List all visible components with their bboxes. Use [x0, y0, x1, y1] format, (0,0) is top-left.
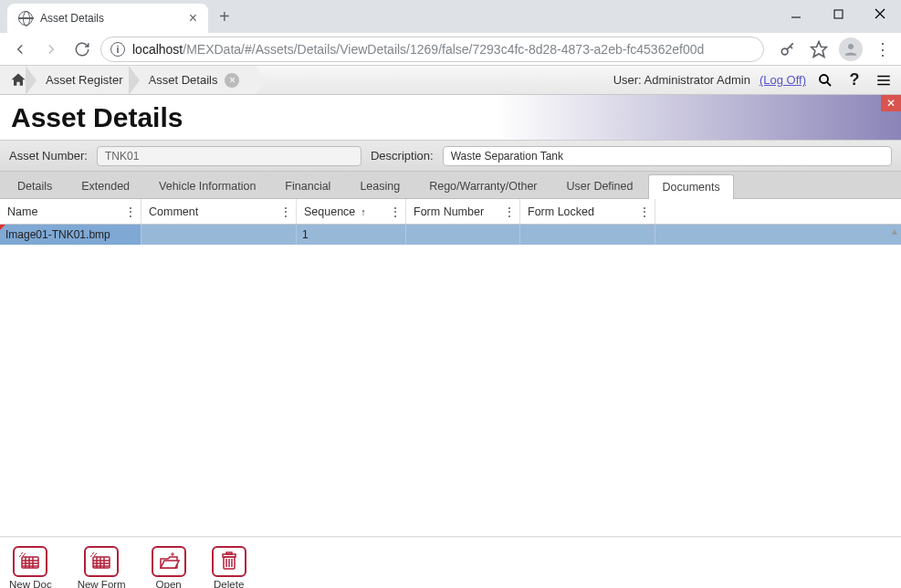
app-breadcrumb-bar: Asset Register Asset Details× User: Admi…	[0, 66, 901, 95]
page-title: Asset Details	[11, 102, 183, 133]
svg-marker-5	[812, 41, 827, 57]
cell-name[interactable]: Image01-TNK01.bmp	[0, 225, 141, 245]
site-info-icon[interactable]: i	[110, 42, 125, 57]
col-menu-icon[interactable]: ⋮	[638, 205, 649, 219]
maximize-button[interactable]	[817, 0, 859, 27]
tab-vehicle-information[interactable]: Vehicle Information	[145, 173, 269, 198]
browser-titlebar: Asset Details × +	[0, 0, 901, 33]
tab-extended[interactable]: Extended	[68, 173, 143, 198]
close-crumb-icon[interactable]: ×	[225, 73, 239, 88]
log-off-link[interactable]: (Log Off)	[760, 73, 806, 87]
new-doc-label: New Doc	[9, 579, 52, 589]
col-sequence[interactable]: Sequence↑⋮	[297, 199, 406, 224]
tab-title: Asset Details	[40, 12, 182, 25]
svg-rect-31	[226, 552, 232, 554]
asset-form-row: Asset Number: Description:	[0, 141, 901, 172]
new-form-button[interactable]: New Form	[78, 546, 126, 589]
tab-documents[interactable]: Documents	[648, 174, 733, 199]
table-row[interactable]: Image01-TNK01.bmp 1	[0, 225, 901, 245]
open-button[interactable]: Open	[152, 546, 186, 589]
bottom-toolbar: New Doc New Form Open Delete	[0, 537, 901, 588]
cell-comment[interactable]	[141, 225, 297, 245]
col-comment[interactable]: Comment⋮	[141, 199, 297, 224]
banner-close-button[interactable]: ✕	[881, 95, 901, 111]
cell-form-locked[interactable]	[520, 225, 655, 245]
url-text: localhost/MEXData/#/Assets/Details/ViewD…	[132, 42, 704, 57]
back-button[interactable]	[7, 37, 33, 62]
forward-button[interactable]	[38, 37, 64, 62]
help-icon[interactable]: ?	[844, 70, 864, 89]
svg-point-7	[820, 75, 828, 83]
kebab-menu-icon[interactable]: ⋮	[872, 38, 894, 60]
svg-line-8	[827, 81, 831, 85]
tab-rego-warranty-other[interactable]: Rego/Warranty/Other	[415, 173, 550, 198]
url-field[interactable]: i localhost/MEXData/#/Assets/Details/Vie…	[100, 37, 764, 62]
delete-button[interactable]: Delete	[212, 546, 246, 589]
key-icon[interactable]	[777, 38, 799, 60]
svg-rect-1	[834, 10, 843, 18]
asset-number-field[interactable]	[97, 146, 361, 166]
new-form-label: New Form	[78, 579, 126, 589]
minimize-button[interactable]	[775, 0, 817, 27]
scroll-up-icon[interactable]: ▲	[890, 226, 899, 236]
user-label: User: Administrator Admin	[613, 73, 750, 87]
delete-label: Delete	[214, 579, 244, 589]
browser-tab[interactable]: Asset Details ×	[7, 4, 208, 33]
profile-avatar[interactable]	[839, 37, 863, 61]
col-menu-icon[interactable]: ⋮	[279, 205, 290, 219]
description-field[interactable]	[443, 146, 892, 166]
tab-user-defined[interactable]: User Defined	[553, 173, 647, 198]
tab-financial[interactable]: Financial	[271, 173, 344, 198]
new-doc-button[interactable]: New Doc	[9, 546, 52, 589]
asset-number-label: Asset Number:	[9, 149, 88, 163]
col-menu-icon[interactable]: ⋮	[124, 205, 135, 219]
hamburger-menu-icon[interactable]	[874, 72, 894, 89]
page-banner: Asset Details ✕	[0, 95, 901, 141]
sort-asc-icon: ↑	[361, 206, 366, 217]
search-icon[interactable]	[815, 72, 835, 89]
description-label: Description:	[371, 149, 434, 163]
new-tab-button[interactable]: +	[219, 6, 230, 27]
grid-header: Name⋮ Comment⋮ Sequence↑⋮ Form Number⋮ F…	[0, 199, 901, 225]
cell-form-number[interactable]	[406, 225, 520, 245]
open-label: Open	[156, 579, 182, 589]
svg-point-4	[781, 48, 788, 55]
cell-sequence[interactable]: 1	[297, 225, 406, 245]
documents-grid: Name⋮ Comment⋮ Sequence↑⋮ Form Number⋮ F…	[0, 199, 901, 537]
browser-address-bar: i localhost/MEXData/#/Assets/Details/Vie…	[0, 33, 901, 66]
star-icon[interactable]	[808, 38, 830, 60]
window-controls	[775, 0, 901, 27]
window-close-button[interactable]	[859, 0, 901, 27]
col-menu-icon[interactable]: ⋮	[389, 205, 400, 219]
tab-strip: Details Extended Vehicle Information Fin…	[0, 172, 901, 199]
reload-button[interactable]	[69, 37, 95, 62]
svg-point-6	[848, 44, 854, 49]
col-form-number[interactable]: Form Number⋮	[406, 199, 520, 224]
tab-leasing[interactable]: Leasing	[346, 173, 414, 198]
tab-details[interactable]: Details	[4, 173, 66, 198]
col-form-locked[interactable]: Form Locked⋮	[520, 199, 655, 224]
globe-icon	[18, 11, 33, 26]
col-name[interactable]: Name⋮	[0, 199, 141, 224]
close-tab-icon[interactable]: ×	[189, 10, 197, 26]
col-menu-icon[interactable]: ⋮	[503, 205, 514, 219]
